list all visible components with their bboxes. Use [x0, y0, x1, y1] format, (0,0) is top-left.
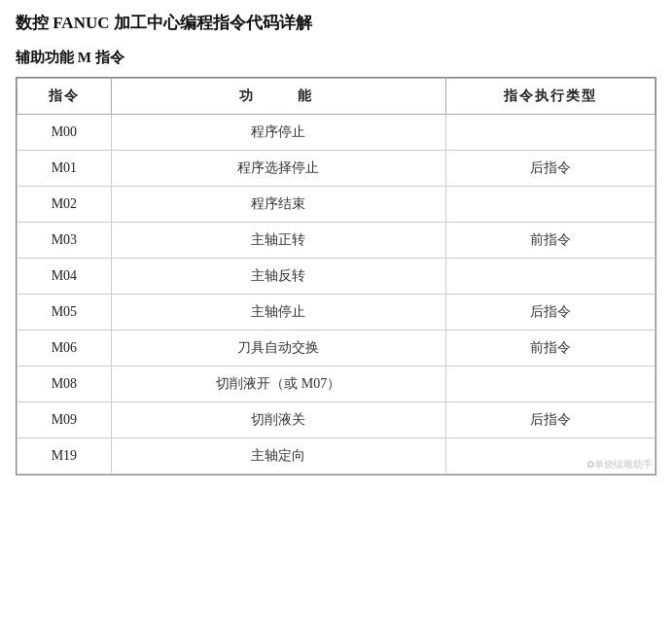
cell-type: ✿单烧镭雕助手	[445, 437, 654, 473]
cell-func: 刀具自动交换	[111, 330, 445, 366]
table-row: M01程序选择停止后指令	[18, 150, 655, 186]
section-title: 辅助功能 M 指令	[16, 49, 656, 67]
cell-cmd: M04	[18, 258, 112, 294]
header-type: 指令执行类型	[445, 78, 654, 114]
table-row: M06刀具自动交换前指令	[18, 330, 655, 366]
cell-func: 主轴定向	[111, 437, 445, 473]
cell-type: 前指令	[445, 330, 654, 366]
cell-cmd: M01	[18, 150, 112, 186]
table-row: M05主轴停止后指令	[18, 294, 655, 330]
cell-func: 主轴停止	[111, 294, 445, 330]
table-row: M04主轴反转	[18, 258, 655, 294]
cell-func: 切削液关	[111, 402, 445, 437]
table-header-row: 指令 功 能 指令执行类型	[18, 78, 655, 114]
cell-cmd: M00	[18, 114, 112, 150]
main-table: 指令 功 能 指令执行类型 M00程序停止M01程序选择停止后指令M02程序结束…	[17, 78, 655, 474]
cell-cmd: M05	[18, 294, 112, 330]
table-row: M03主轴正转前指令	[18, 222, 655, 258]
page-title: 数控 FANUC 加工中心编程指令代码详解	[16, 12, 656, 35]
cell-func: 程序停止	[111, 114, 445, 150]
page-container: 数控 FANUC 加工中心编程指令代码详解 辅助功能 M 指令 指令 功 能 指…	[0, 0, 672, 487]
table-wrapper: 指令 功 能 指令执行类型 M00程序停止M01程序选择停止后指令M02程序结束…	[16, 77, 656, 475]
header-func: 功 能	[111, 78, 445, 114]
cell-type	[445, 258, 654, 294]
cell-func: 程序结束	[111, 186, 445, 222]
cell-func: 主轴反转	[111, 258, 445, 294]
table-row: M19主轴定向✿单烧镭雕助手	[18, 437, 655, 473]
table-row: M00程序停止	[18, 114, 655, 150]
table-row: M08切削液开（或 M07）	[18, 366, 655, 402]
cell-type	[445, 114, 654, 150]
cell-type: 后指令	[445, 294, 654, 330]
cell-cmd: M19	[18, 437, 112, 473]
cell-cmd: M02	[18, 186, 112, 222]
cell-cmd: M03	[18, 222, 112, 258]
table-row: M09切削液关后指令	[18, 402, 655, 437]
cell-func: 切削液开（或 M07）	[111, 366, 445, 402]
cell-type: 后指令	[445, 402, 654, 437]
cell-func: 主轴正转	[111, 222, 445, 258]
header-cmd: 指令	[18, 78, 112, 114]
table-row: M02程序结束	[18, 186, 655, 222]
cell-func: 程序选择停止	[111, 150, 445, 186]
cell-type: 后指令	[445, 150, 654, 186]
cell-type: 前指令	[445, 222, 654, 258]
cell-type	[445, 186, 654, 222]
cell-cmd: M06	[18, 330, 112, 366]
cell-type	[445, 366, 654, 402]
cell-cmd: M09	[18, 402, 112, 437]
cell-cmd: M08	[18, 366, 112, 402]
